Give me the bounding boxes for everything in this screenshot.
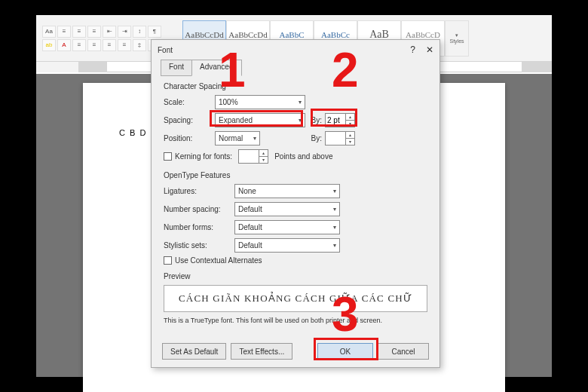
kerning-spinner[interactable]: ▴▾: [238, 149, 268, 164]
spin-down-icon[interactable]: ▾: [345, 139, 354, 145]
line-spacing-icon[interactable]: ‡: [133, 39, 146, 51]
checkbox-icon: [164, 152, 172, 161]
chevron-down-icon: ▾: [333, 224, 336, 231]
position-by-input[interactable]: [326, 132, 345, 145]
justify-icon[interactable]: ≡: [118, 39, 131, 51]
spin-up-icon[interactable]: ▴: [259, 150, 268, 157]
font-dialog: Font ? ✕ Font Advanced Character Spacing…: [151, 39, 440, 368]
align-left-icon[interactable]: ≡: [72, 39, 86, 51]
cancel-button[interactable]: Cancel: [378, 343, 429, 360]
chevron-down-icon: ▾: [299, 117, 302, 124]
spin-up-icon[interactable]: ▴: [345, 114, 354, 121]
chevron-down-icon: ▾: [333, 242, 336, 249]
dialog-body: Character Spacing Scale: 100%▾ Spacing: …: [152, 76, 439, 338]
points-label: Points and above: [274, 152, 332, 161]
spacing-by-input[interactable]: [326, 114, 345, 127]
scale-label: Scale:: [164, 98, 212, 106]
font-color-icon[interactable]: A: [57, 39, 71, 51]
ok-button[interactable]: OK: [317, 343, 373, 360]
sort-icon[interactable]: ↕: [133, 26, 146, 38]
font-size-icon[interactable]: Aa: [42, 26, 56, 38]
ligatures-label: Ligatures:: [164, 187, 231, 195]
help-button[interactable]: ?: [410, 44, 415, 55]
multilevel-icon[interactable]: ≡: [87, 26, 101, 38]
position-by-spinner[interactable]: ▴▾: [325, 131, 355, 145]
tab-advanced[interactable]: Advanced: [191, 60, 241, 76]
preview-group: Preview CÁCH GIÃN KHOẢNG CÁCH GIỮA CÁC C…: [164, 272, 427, 324]
set-default-button[interactable]: Set As Default: [162, 343, 226, 360]
character-spacing-group: Character Spacing Scale: 100%▾ Spacing: …: [164, 82, 427, 164]
dec-indent-icon[interactable]: ⇤: [103, 26, 116, 38]
chevron-down-icon: ▾: [333, 206, 336, 213]
numspacing-combo[interactable]: Default▾: [234, 202, 340, 216]
spin-up-icon[interactable]: ▴: [345, 132, 354, 139]
stylistic-label: Stylistic sets:: [164, 241, 231, 250]
pilcrow-icon[interactable]: ¶: [148, 26, 161, 38]
position-combo[interactable]: Normal▾: [215, 131, 260, 145]
contextual-checkbox[interactable]: Use Contextual Alternates: [164, 256, 262, 265]
opentype-group: OpenType Features Ligatures:None▾ Number…: [164, 171, 427, 265]
opentype-title: OpenType Features: [164, 171, 427, 179]
stylistic-combo[interactable]: Default▾: [234, 238, 340, 253]
align-center-icon[interactable]: ≡: [87, 39, 101, 51]
kerning-input[interactable]: [239, 150, 259, 163]
align-right-icon[interactable]: ≡: [103, 39, 116, 51]
text-effects-button[interactable]: Text Effects...: [231, 343, 292, 360]
scale-combo[interactable]: 100%▾: [215, 95, 305, 109]
ligatures-combo[interactable]: None▾: [234, 184, 340, 198]
kerning-checkbox[interactable]: Kerning for fonts:: [164, 152, 232, 161]
preview-content: CÁCH GIÃN KHOẢNG CÁCH GIỮA CÁC CHỮ: [164, 285, 427, 312]
by2-label: By:: [263, 134, 322, 142]
spin-down-icon[interactable]: ▾: [345, 121, 354, 127]
by-label: By:: [308, 116, 322, 124]
spin-down-icon[interactable]: ▾: [259, 157, 268, 163]
char-spacing-title: Character Spacing: [164, 82, 427, 90]
styles-expand[interactable]: ▾Styles: [445, 20, 469, 57]
numbering-icon[interactable]: ≡: [72, 26, 86, 38]
preview-note: This is a TrueType font. This font will …: [164, 317, 427, 324]
dialog-title: Font: [158, 46, 173, 54]
spacing-combo[interactable]: Expanded▾: [215, 113, 305, 127]
numforms-label: Number forms:: [164, 223, 231, 231]
chevron-down-icon: ▾: [333, 188, 336, 194]
checkbox-icon: [164, 256, 172, 265]
highlight-icon[interactable]: ab: [42, 39, 56, 51]
numforms-combo[interactable]: Default▾: [234, 220, 340, 234]
chevron-down-icon: ▾: [253, 135, 256, 142]
inc-indent-icon[interactable]: ⇥: [118, 26, 131, 38]
chevron-down-icon: ▾: [299, 99, 302, 106]
spacing-label: Spacing:: [164, 116, 212, 124]
preview-title: Preview: [164, 272, 427, 280]
dialog-tabs: Font Advanced: [152, 60, 439, 76]
spacing-by-spinner[interactable]: ▴▾: [325, 113, 355, 127]
dialog-titlebar: Font ? ✕: [152, 40, 439, 60]
bullets-icon[interactable]: ≡: [57, 26, 71, 38]
position-label: Position:: [164, 134, 212, 142]
close-button[interactable]: ✕: [426, 44, 433, 55]
tab-font[interactable]: Font: [161, 60, 192, 76]
numspacing-label: Number spacing:: [164, 205, 231, 213]
dialog-buttons: Set As Default Text Effects... OK Cancel: [162, 343, 429, 360]
